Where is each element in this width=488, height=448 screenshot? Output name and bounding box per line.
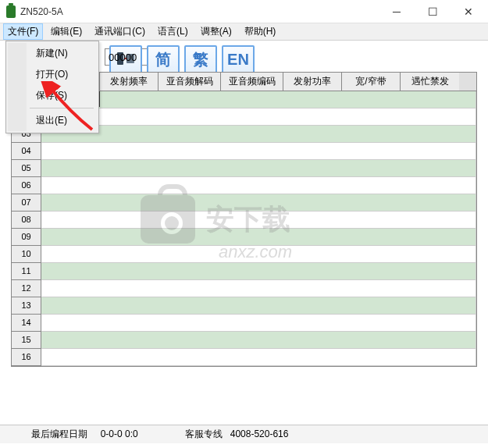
row-number[interactable]: 11 [12,263,41,280]
window-title: ZN520-5A [20,6,383,17]
status-date-value: 0-0-0 0:0 [101,428,138,439]
row-cells[interactable] [100,91,476,108]
row-cells[interactable] [41,160,476,177]
menu-bar: 文件(F) 编辑(E) 通讯端口(C) 语言(L) 调整(A) 帮助(H) [0,23,488,41]
menu-file-new[interactable]: 新建(N) [27,43,97,64]
status-hotline: 客服专线 4008-520-616 [185,428,289,441]
col-tx[interactable]: 发射频率 [100,73,159,91]
menu-file-exit[interactable]: 退出(E) [27,110,97,131]
status-date-label: 最后编程日期 [31,428,87,439]
row-cells[interactable] [41,263,476,280]
minimize-button[interactable]: ─ [383,2,410,21]
row-number[interactable]: 15 [12,332,41,349]
table-row[interactable]: 06 [12,177,476,194]
menu-adjust[interactable]: 调整(A) [196,23,237,40]
table-row[interactable]: 12 [12,280,476,297]
row-number[interactable]: 13 [12,297,41,315]
row-cells[interactable] [41,143,476,160]
row-cells[interactable] [41,315,476,332]
status-hotline-label: 客服专线 [185,428,223,439]
file-dropdown: 新建(N) 打开(O) 保存(S) 退出(E) [5,41,99,133]
row-number[interactable]: 16 [12,349,41,366]
row-number[interactable]: 10 [12,246,41,263]
row-number[interactable]: 14 [12,315,41,332]
row-cells[interactable] [41,212,476,229]
table-row[interactable]: 16 [12,349,476,366]
status-hotline-value: 4008-520-616 [230,428,289,439]
table-row[interactable]: 15 [12,332,476,349]
table-row[interactable]: 10 [12,246,476,263]
row-cells[interactable] [41,332,476,349]
window-controls: ─ ☐ ✕ [383,2,482,21]
row-number[interactable]: 04 [12,143,41,160]
col-busy[interactable]: 遇忙禁发 [401,73,459,91]
row-number[interactable]: 05 [12,160,41,177]
lang-simplified-button[interactable]: 简 [147,45,180,73]
row-cells[interactable] [41,246,476,263]
row-cells[interactable] [41,108,476,126]
menu-lang[interactable]: 语言(L) [153,23,193,40]
row-number[interactable]: 09 [12,229,41,246]
freq-value: 00000 [109,52,137,63]
title-bar: ZN520-5A ─ ☐ ✕ [0,0,488,23]
menu-file-open[interactable]: 打开(O) [27,64,97,85]
table-row[interactable]: 14 [12,315,476,332]
table-row[interactable]: 07 [12,194,476,212]
status-date: 最后编程日期 0-0-0 0:0 [31,428,138,441]
status-bar: 最后编程日期 0-0-0 0:0 客服专线 4008-520-616 [0,425,488,443]
row-cells[interactable] [41,229,476,246]
col-power[interactable]: 发射功率 [283,73,342,91]
table-row[interactable]: 13 [12,297,476,315]
table-row[interactable]: 04 [12,143,476,160]
menu-file[interactable]: 文件(F) [3,23,43,40]
menu-edit[interactable]: 编辑(E) [46,23,87,40]
row-cells[interactable] [41,126,476,143]
table-row[interactable]: 09 [12,229,476,246]
lang-traditional-button[interactable]: 繁 [184,45,217,73]
row-cells[interactable] [41,280,476,297]
row-cells[interactable] [41,194,476,212]
close-button[interactable]: ✕ [455,2,482,21]
maximize-button[interactable]: ☐ [419,2,446,21]
menu-separator [30,108,94,108]
menu-comport[interactable]: 通讯端口(C) [90,23,150,40]
row-number[interactable]: 06 [12,177,41,194]
lang-english-button[interactable]: EN [222,45,255,73]
row-number[interactable]: 12 [12,280,41,297]
col-decode[interactable]: 亚音频解码 [159,73,221,91]
menu-file-save[interactable]: 保存(S) [27,85,97,106]
row-cells[interactable] [41,349,476,366]
menu-help[interactable]: 帮助(H) [240,23,281,40]
row-cells[interactable] [41,297,476,315]
table-row[interactable]: 11 [12,263,476,280]
row-number[interactable]: 07 [12,194,41,212]
col-bandwidth[interactable]: 宽/窄带 [342,73,401,91]
app-icon [6,5,16,18]
col-encode[interactable]: 亚音频编码 [221,73,283,91]
table-row[interactable]: 08 [12,212,476,229]
row-cells[interactable] [41,177,476,194]
row-number[interactable]: 08 [12,212,41,229]
table-row[interactable]: 05 [12,160,476,177]
